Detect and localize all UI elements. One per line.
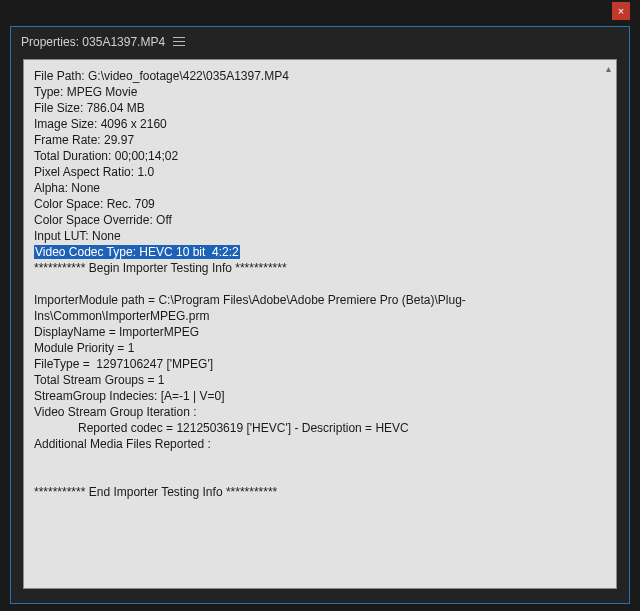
titlebar: × (0, 0, 640, 20)
property-line: Additional Media Files Reported : (34, 437, 211, 451)
property-line: FileType = 1297106247 ['MPEG'] (34, 357, 213, 371)
property-line: Reported codec = 1212503619 ['HEVC'] - D… (34, 421, 409, 435)
property-line: Pixel Aspect Ratio: 1.0 (34, 165, 154, 179)
property-line: Total Duration: 00;00;14;02 (34, 149, 178, 163)
property-line: Total Stream Groups = 1 (34, 373, 164, 387)
properties-text: File Path: G:\video_footage\422\035A1397… (24, 60, 600, 588)
property-line: File Path: G:\video_footage\422\035A1397… (34, 69, 289, 83)
properties-panel: Properties: 035A1397.MP4 File Path: G:\v… (10, 26, 630, 604)
property-line: Video Stream Group Iteration : (34, 405, 197, 419)
property-line: Input LUT: None (34, 229, 121, 243)
scroll-up-icon[interactable]: ▴ (601, 62, 615, 76)
property-line: Color Space: Rec. 709 (34, 197, 155, 211)
panel-menu-icon[interactable] (173, 37, 185, 47)
close-button[interactable]: × (612, 2, 630, 20)
highlight: Video Codec Type: HEVC 10 bit 4:2:2 (34, 245, 240, 259)
property-line: *********** End Importer Testing Info **… (34, 485, 277, 499)
panel-title: Properties: 035A1397.MP4 (21, 35, 165, 49)
property-line: Frame Rate: 29.97 (34, 133, 134, 147)
property-line: StreamGroup Indecies: [A=-1 | V=0] (34, 389, 225, 403)
properties-text-area[interactable]: File Path: G:\video_footage\422\035A1397… (23, 59, 617, 589)
property-line: ImporterModule path = C:\Program Files\A… (34, 293, 466, 323)
property-line: Alpha: None (34, 181, 100, 195)
scrollbar[interactable]: ▴ (600, 60, 616, 588)
property-line: *********** Begin Importer Testing Info … (34, 261, 287, 275)
property-line-highlighted: Video Codec Type: HEVC 10 bit 4:2:2 (34, 245, 240, 259)
property-line: File Size: 786.04 MB (34, 101, 145, 115)
property-line: DisplayName = ImporterMPEG (34, 325, 199, 339)
property-line: Color Space Override: Off (34, 213, 172, 227)
property-line: Image Size: 4096 x 2160 (34, 117, 167, 131)
property-line: Type: MPEG Movie (34, 85, 137, 99)
panel-header: Properties: 035A1397.MP4 (13, 29, 627, 53)
property-line: Module Priority = 1 (34, 341, 134, 355)
